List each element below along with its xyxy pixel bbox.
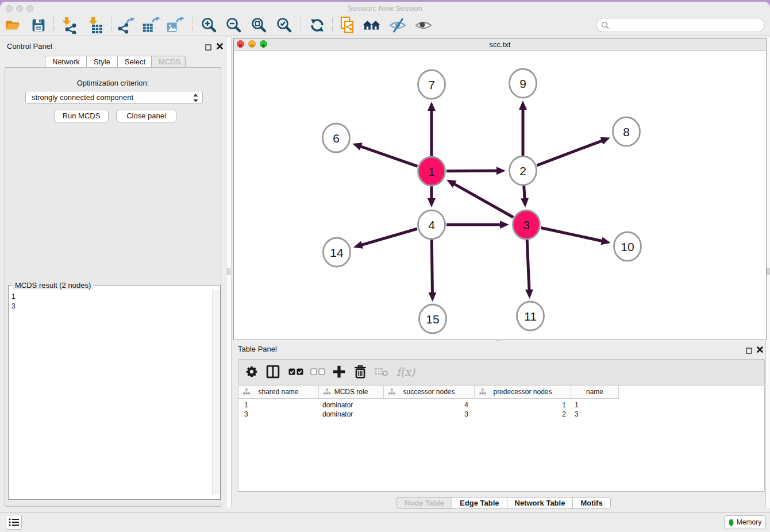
toolbar-divider [0,36,770,36]
column-header-name[interactable]: name [571,385,619,399]
export-table-icon[interactable] [142,16,160,34]
delete-table-icon[interactable] [374,364,390,380]
mcds-result-list[interactable]: 1 3 [9,291,211,498]
task-history-button[interactable] [6,515,22,530]
graph-edge-2-3[interactable] [524,186,525,199]
control-panel-float-icon[interactable] [205,43,211,53]
delete-column-icon[interactable] [352,364,368,380]
table-cell[interactable]: 1 [244,400,313,410]
table-cell[interactable]: 2 [475,410,566,419]
save-session-icon[interactable] [29,16,48,34]
graph-edge-arrow [428,102,436,111]
table-cell[interactable]: 1 [475,400,566,410]
column-header-successor-nodes[interactable]: successor nodes [384,385,475,399]
graph-node-label: 14 [330,246,344,259]
graph-edge-arrow [519,101,527,110]
graph-edge-1-6[interactable] [360,147,418,167]
table-options-icon[interactable] [244,364,260,380]
import-table-icon[interactable] [86,16,105,34]
zoom-in-icon[interactable] [200,16,218,34]
open-session-icon[interactable] [3,16,22,34]
export-image-icon[interactable] [166,16,184,34]
window-title: Session: New Session [0,4,770,13]
toolbar-separator [301,17,301,33]
graph-edge-arrow [525,290,533,299]
select-all-checkboxes-icon[interactable] [288,364,304,380]
table-cell[interactable]: 3 [575,410,615,419]
table-cell[interactable]: 4 [384,400,468,410]
graph-node-label: 6 [333,132,340,145]
graph-edge-2-8[interactable] [537,141,603,165]
import-network-icon[interactable] [60,16,78,34]
graph-edge-3-1[interactable] [453,184,513,218]
table-cell[interactable]: 1 [575,400,615,410]
search-input[interactable] [609,21,753,29]
column-header-mcds-role[interactable]: MCDS role [319,385,384,399]
right-splitter-handle[interactable] [767,268,770,275]
close-panel-button[interactable]: Close panel [116,110,176,122]
home-layout-icon[interactable] [363,16,381,34]
search-box[interactable] [596,18,765,32]
list-icon [8,518,20,527]
network-minimize-button[interactable] [248,40,256,48]
graph-node-label: 11 [524,310,537,323]
graph-edge-3-10[interactable] [541,228,603,241]
add-column-icon[interactable] [331,364,347,380]
tab-edge-table[interactable]: Edge Table [452,497,507,509]
column-header-shared-name[interactable]: shared name [238,385,319,399]
tab-select[interactable]: Select [118,56,152,68]
deselect-all-checkboxes-icon[interactable] [310,364,326,380]
tab-style[interactable]: Style [87,56,118,68]
function-builder-icon[interactable]: f(x) [394,364,417,380]
network-canvas[interactable]: 7968124314101511 [234,51,766,340]
control-panel-close-icon[interactable] [216,42,224,52]
refresh-view-icon[interactable] [308,16,326,34]
fx-label: f(x) [396,365,415,378]
run-mcds-button[interactable]: Run MCDS [54,110,109,122]
graph-node-label: 4 [428,218,435,232]
memory-button[interactable]: Memory [724,515,766,529]
table-cell[interactable]: 3 [384,410,468,419]
zoom-selected-icon[interactable] [275,16,294,34]
graph-edge-3-11[interactable] [527,240,529,291]
graph-edge-4-14[interactable] [361,229,417,245]
export-network-icon[interactable] [117,16,136,34]
table-panel-float-icon[interactable] [746,346,752,356]
tab-network-table[interactable]: Network Table [507,497,573,509]
result-scrollbar[interactable] [212,290,220,495]
table-cell[interactable]: dominator [322,410,380,419]
zoom-out-icon[interactable] [225,16,243,34]
tab-mcds[interactable]: MCDS [152,56,186,68]
hide-selected-icon[interactable] [388,16,407,34]
zoom-fit-icon[interactable] [250,16,268,34]
graph-node-label: 7 [428,78,435,91]
show-columns-icon[interactable] [265,364,281,380]
graph-edge-arrow [352,143,362,151]
mcds-result-item: 3 [11,302,209,311]
application-window: { "window": { "title": "Session: New Ses… [0,0,770,532]
mcds-result-title: MCDS result (2 nodes) [13,281,93,290]
toolbar-separator [53,17,54,33]
network-maximize-button[interactable] [260,40,267,48]
graph-edge-arrow [521,198,529,207]
optimization-dropdown[interactable]: strongly connected component [25,91,203,104]
graph-node-label: 8 [623,125,630,138]
memory-status-icon [729,519,734,526]
graph-node-label: 15 [426,313,439,326]
graph-edge-arrow [428,292,436,302]
toolbar-separator [332,17,333,33]
table-cell[interactable]: dominator [322,400,380,410]
graph-edge-1-2[interactable] [446,171,498,171]
table-panel-close-icon[interactable] [756,345,764,356]
left-splitter-handle[interactable] [227,268,230,275]
table-cell[interactable]: 3 [244,410,313,419]
column-header-predecessor-nodes[interactable]: predecessor nodes [475,385,571,399]
tab-node-table[interactable]: Node Table [396,497,452,509]
show-all-icon[interactable] [414,16,433,34]
tab-motifs[interactable]: Motifs [573,497,610,509]
graph-edge-4-15[interactable] [432,240,432,294]
copy-network-icon[interactable] [339,16,357,34]
tab-network[interactable]: Network [45,56,87,68]
graph-edge-arrow [601,237,611,245]
network-close-button[interactable] [237,40,244,48]
